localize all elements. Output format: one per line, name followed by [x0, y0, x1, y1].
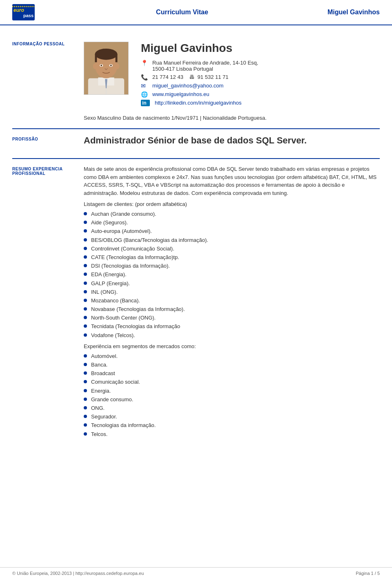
email-row: ✉ miguel_gavinhos@yahoo.com: [141, 83, 380, 89]
phone-text: 21 774 12 43 🖷 91 532 11 71: [152, 74, 229, 80]
list-item: ONG.: [84, 405, 380, 412]
list-item: Mozabanco (Banca).: [84, 297, 380, 304]
svg-point-4: [95, 49, 118, 60]
list-item-text: Aide (Seguros).: [91, 219, 128, 226]
list-item: Segurador.: [84, 413, 380, 420]
list-item: BES/OBLOG (Banca/Tecnologias da informaç…: [84, 237, 380, 244]
list-item-text: Grande consumo.: [91, 396, 133, 403]
bullet-dot: [84, 264, 87, 267]
gender-dob-row: Sexo Masculino Data de nascimento 1/Nov/…: [84, 115, 380, 121]
bullet-dot: [84, 324, 87, 328]
bullet-dot: [84, 229, 87, 232]
list-item: Broadcast: [84, 370, 380, 377]
footer-page: Página 1 / 5: [356, 571, 380, 576]
list-item-text: CATE (Tecnologias da Informação)tp.: [91, 254, 179, 261]
list-item: EDA (Energia).: [84, 271, 380, 278]
personal-info-section: INFORMAÇÃO PESSOAL: [12, 42, 380, 121]
list-item-text: EDA (Energia).: [91, 271, 127, 278]
globe-icon: 🌐: [141, 91, 150, 98]
bullet-dot: [84, 380, 87, 383]
website-row: 🌐 www.miguelgavinhos.eu: [141, 91, 380, 98]
bullet-dot: [84, 354, 87, 358]
segments-list: Automóvel.Banca.BroadcastComunicação soc…: [84, 353, 380, 438]
list-item: Automóvel.: [84, 353, 380, 360]
bullet-dot: [84, 316, 87, 319]
address-row: 📍 Rua Manuel Ferreira de Andrade, 14-10 …: [141, 60, 380, 72]
clients-heading: Listagem de clientes: (por ordem alfabét…: [84, 201, 380, 207]
section-divider-2: [12, 158, 380, 159]
logo-pass-text: pass: [23, 13, 33, 18]
email-icon: ✉: [141, 83, 150, 89]
list-item: CATE (Tecnologias da Informação)tp.: [84, 254, 380, 261]
page-header: ★★★★★★★★★★★★ euro pass Curriculum Vitae …: [0, 0, 392, 25]
website-link[interactable]: www.miguelgavinhos.eu: [152, 91, 209, 97]
summary-label: RESUMO EXPERIENCIA PROFISSIONAL: [12, 165, 84, 442]
clients-list: Auchan (Grande consumo).Aide (Seguros).A…: [84, 210, 380, 339]
fax-icon: 🖷: [189, 74, 194, 80]
header-person-name: Miguel Gavinhos: [327, 9, 380, 16]
list-item-text: Mozabanco (Banca).: [91, 297, 140, 304]
bullet-dot: [84, 363, 87, 366]
bullet-dot: [84, 255, 87, 259]
bullet-dot: [84, 389, 87, 392]
bullet-dot: [84, 371, 87, 375]
summary-section: RESUMO EXPERIENCIA PROFISSIONAL Mais de …: [12, 165, 380, 442]
list-item-text: Auchan (Grande consumo).: [91, 210, 156, 218]
list-item-text: Auto-europa (Automóvel).: [91, 228, 152, 235]
list-item: Auto-europa (Automóvel).: [84, 228, 380, 235]
bullet-dot: [84, 247, 87, 250]
svg-point-12: [110, 65, 112, 66]
svg-point-11: [100, 65, 102, 66]
main-content: INFORMAÇÃO PESSOAL: [0, 34, 392, 458]
list-item-text: GALP (Energia).: [91, 280, 130, 287]
list-item-text: Banca.: [91, 361, 107, 369]
list-item: Comunicação social.: [84, 378, 380, 386]
profession-label: PROFISSÃO: [12, 135, 84, 151]
personal-info-block: Miguel Gavinhos 📍 Rua Manuel Ferreira de…: [84, 42, 380, 108]
list-item: Grande consumo.: [84, 396, 380, 403]
list-item: Tecnologias da informação.: [84, 422, 380, 429]
page-body: INFORMAÇÃO PESSOAL: [0, 34, 392, 478]
list-item-text: Segurador.: [91, 413, 117, 420]
list-item: Novabase (Tecnologias da Informação).: [84, 306, 380, 313]
europass-logo: ★★★★★★★★★★★★ euro pass: [12, 4, 37, 20]
location-icon: 📍: [141, 60, 150, 66]
list-item-text: Energia.: [91, 387, 111, 395]
svg-point-8: [116, 63, 120, 69]
list-item-text: Tecnologias da informação.: [91, 422, 156, 429]
email-link[interactable]: miguel_gavinhos@yahoo.com: [152, 83, 223, 89]
list-item: Controlinvet (Comunicação Social).: [84, 245, 380, 253]
list-item: INL (ONG).: [84, 288, 380, 296]
list-item-text: DSI (Tecnologias da Informação).: [91, 262, 170, 270]
list-item: DSI (Tecnologias da Informação).: [84, 262, 380, 270]
photo-container: [84, 42, 133, 95]
list-item-text: Comunicação social.: [91, 378, 140, 386]
list-item-text: Automóvel.: [91, 353, 118, 360]
list-item-text: Broadcast: [91, 370, 115, 377]
profession-content: Administrador Sénior de base de dados SQ…: [84, 135, 380, 151]
list-item: Banca.: [84, 361, 380, 369]
section-divider-1: [12, 128, 380, 129]
bullet-dot: [84, 282, 87, 285]
full-name: Miguel Gavinhos: [141, 42, 380, 55]
profile-photo: [84, 42, 129, 95]
personal-section-label: INFORMAÇÃO PESSOAL: [12, 42, 84, 121]
summary-content: Mais de sete anos de experiência profiss…: [84, 165, 380, 442]
list-item-text: Controlinvet (Comunicação Social).: [91, 245, 174, 253]
gender-dob-text: Sexo Masculino Data de nascimento 1/Nov/…: [84, 115, 267, 121]
person-svg: [84, 42, 128, 95]
bullet-dot: [84, 299, 87, 302]
bullet-dot: [84, 238, 87, 241]
list-item-text: Vodafone (Telcos).: [91, 332, 135, 339]
linkedin-link[interactable]: http://linkedin.com/in/miguelgavinhos: [155, 100, 241, 106]
address-text: Rua Manuel Ferreira de Andrade, 14-10 Es…: [152, 60, 258, 72]
list-item: GALP (Energia).: [84, 280, 380, 287]
logo-image: ★★★★★★★★★★★★ euro pass: [12, 4, 35, 20]
bullet-dot: [84, 398, 87, 401]
bullet-dot: [84, 423, 87, 427]
list-item-text: INL (ONG).: [91, 288, 118, 296]
list-item-text: North-South Center (ONG).: [91, 314, 156, 322]
linkedin-icon: in: [141, 100, 150, 106]
footer-copyright: © União Europeia, 2002-2013 | http://eur…: [12, 571, 144, 576]
page-footer: © União Europeia, 2002-2013 | http://eur…: [0, 567, 392, 579]
